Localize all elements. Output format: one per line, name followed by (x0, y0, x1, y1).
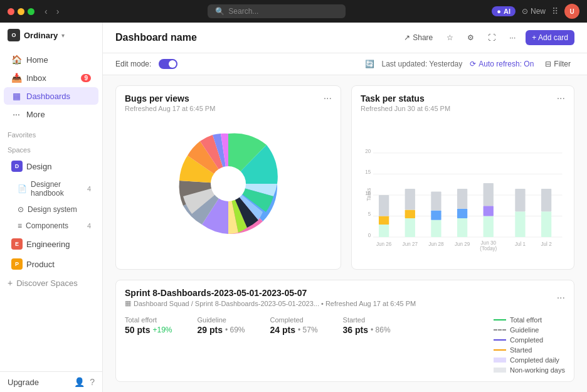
more-button[interactable]: ··· (505, 31, 519, 45)
svg-rect-40 (449, 381, 565, 382)
main-layout: O Ordinary ▾ 🏠 Home 📥 Inbox 9 ▦ Dashboar… (0, 23, 587, 392)
more-icon: ··· (11, 109, 21, 119)
expand-icon: ⛶ (488, 33, 495, 42)
plus-icon: + (8, 278, 13, 288)
maximize-dot[interactable] (28, 8, 34, 15)
svg-rect-30 (541, 211, 551, 237)
dashboard-content: Bugs per views Refreshed Aug 17 at 6:45 … (103, 75, 587, 392)
bugs-card-title: Bugs per views (125, 93, 215, 103)
forward-button[interactable]: › (54, 5, 62, 18)
svg-rect-16 (405, 218, 415, 237)
gear-icon: ⚙ (467, 33, 474, 42)
doc-icon: 📄 (18, 184, 27, 193)
filter-button[interactable]: ⊟ Filter (541, 57, 574, 71)
space-engineering[interactable]: E Engineering (4, 235, 98, 253)
stat-started-label: Started (343, 316, 391, 324)
bar-chart-container: 0 5 10 15 20 Tasks (352, 115, 574, 269)
stat-total-effort-label: Total effort (125, 316, 172, 324)
sidebar-item-more[interactable]: ··· More (4, 105, 98, 123)
legend-guideline: Guideline (494, 326, 565, 334)
designer-handbook-label: Designer handbook (31, 180, 83, 198)
dots-icon: ··· (509, 33, 516, 42)
discover-spaces[interactable]: + Discover Spaces (0, 274, 102, 292)
sprint-header: Sprint 8-Dashboards-2023-05-01-2023-05-0… (116, 280, 574, 311)
sidebar-sub-design-system[interactable]: ⊙ Design system (4, 202, 98, 217)
help-icon[interactable]: ? (90, 377, 95, 387)
space-product[interactable]: P Product (4, 255, 98, 273)
svg-point-1 (211, 166, 246, 201)
minimize-dot[interactable] (18, 8, 24, 15)
svg-rect-25 (484, 216, 494, 237)
sidebar-bottom: Upgrade 👤 ? (0, 371, 102, 392)
task-card: Task per status Refreshed Jun 30 at 6:45… (351, 85, 574, 270)
svg-text:Tasks: Tasks (366, 188, 372, 201)
svg-text:Jun 27: Jun 27 (403, 241, 418, 247)
ai-label: AI (504, 8, 510, 15)
svg-text:Jul 1: Jul 1 (515, 241, 526, 247)
favorites-label: Favorites (0, 126, 102, 141)
svg-text:Jun 26: Jun 26 (376, 241, 392, 247)
expand-button[interactable]: ⛶ (484, 31, 499, 45)
upgrade-button[interactable]: Upgrade (8, 378, 69, 387)
space-design[interactable]: D Design (4, 157, 98, 176)
bugs-card-subtitle: Refreshed Aug 17 at 6:45 PM (125, 105, 215, 112)
bookmark-button[interactable]: ☆ (443, 31, 457, 45)
settings-button[interactable]: ⚙ (463, 31, 478, 45)
svg-rect-19 (431, 220, 441, 237)
task-card-subtitle: Refreshed Jun 30 at 6:45 PM (361, 105, 450, 112)
search-placeholder: Search... (228, 7, 258, 16)
sidebar-item-inbox[interactable]: 📥 Inbox 9 (4, 69, 98, 87)
workspace-header[interactable]: O Ordinary ▾ (0, 23, 102, 48)
back-button[interactable]: ‹ (42, 5, 50, 18)
close-dot[interactable] (8, 8, 14, 15)
inbox-label: Inbox (26, 73, 46, 83)
content-header: Dashboard name ↗ Share ☆ ⚙ ⛶ ··· + (103, 23, 587, 53)
sprint-chart: 30 40 50 (116, 379, 574, 382)
svg-rect-24 (457, 189, 467, 209)
task-card-menu[interactable]: ··· (557, 93, 565, 103)
svg-text:Jun 30: Jun 30 (481, 240, 497, 246)
sprint-meta-text: Dashboard Squad / Sprint 8-Dashboards-20… (134, 300, 416, 307)
designer-handbook-badge: 4 (87, 185, 91, 193)
sidebar-sub-components[interactable]: ≡ Components 4 (4, 218, 98, 233)
sprint-line-chart: 30 40 50 (125, 381, 565, 382)
edit-mode-toggle[interactable] (159, 59, 177, 69)
sprint-meta: ▦ Dashboard Squad / Sprint 8-Dashboards-… (125, 299, 416, 307)
new-button[interactable]: ⊙ New (522, 7, 546, 16)
dashboard-icon: ▦ (125, 299, 131, 307)
bugs-card-menu[interactable]: ··· (324, 93, 332, 103)
auto-refresh-button[interactable]: ⟳ Auto refresh: On (470, 60, 534, 68)
sidebar-item-dashboards[interactable]: ▦ Dashboards (4, 87, 98, 105)
share-button[interactable]: ↗ Share (400, 31, 436, 45)
search-bar[interactable]: 🔍 Search... (208, 4, 346, 18)
sidebar-sub-designer-handbook[interactable]: 📄 Designer handbook 4 (4, 177, 98, 201)
ai-badge[interactable]: ● AI (492, 6, 516, 16)
page-title: Dashboard name (115, 32, 197, 43)
dashboards-icon: ▦ (11, 91, 21, 101)
stat-completed-label: Completed (270, 316, 318, 324)
share-icon: ↗ (404, 33, 410, 42)
bugs-card-header: Bugs per views Refreshed Aug 17 at 6:45 … (116, 86, 341, 115)
legend-completed-daily: Completed daily (494, 356, 565, 364)
sidebar: O Ordinary ▾ 🏠 Home 📥 Inbox 9 ▦ Dashboar… (0, 23, 103, 392)
sidebar-item-home[interactable]: 🏠 Home (4, 51, 98, 68)
svg-rect-18 (405, 189, 415, 210)
add-card-button[interactable]: + Add card (526, 30, 574, 45)
svg-rect-20 (431, 210, 441, 220)
sprint-card-menu[interactable]: ··· (557, 293, 565, 303)
svg-text:15: 15 (365, 169, 371, 175)
avatar[interactable]: U (564, 4, 579, 19)
legend-area-non-working (494, 368, 506, 373)
search-icon: 🔍 (215, 7, 225, 16)
nav-arrows: ‹ › (42, 5, 61, 18)
stat-guideline-value: 29 pts • 69% (198, 325, 245, 335)
window-controls (8, 8, 34, 15)
stat-total-effort-value: 50 pts +19% (125, 325, 172, 335)
sidebar-nav: 🏠 Home 📥 Inbox 9 ▦ Dashboards ··· More (0, 48, 102, 126)
stat-guideline: Guideline 29 pts • 69% (198, 316, 245, 335)
svg-text:(Today): (Today) (480, 246, 497, 252)
sprint-stats: Total effort 50 pts +19% Guideline 29 pt… (116, 311, 574, 379)
grid-icon[interactable]: ⠿ (552, 6, 558, 16)
user-icon[interactable]: 👤 (74, 377, 85, 387)
components-label: Components (26, 221, 68, 230)
